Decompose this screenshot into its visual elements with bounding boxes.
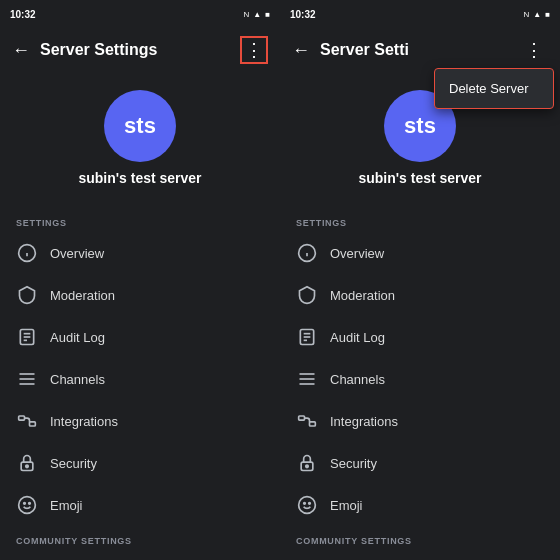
battery-icon-right: ■ [545,10,550,19]
header-left: ← Server Settings ⋮ [0,28,280,72]
emoji-icon-left [16,494,38,516]
menu-item-auditlog-right[interactable]: Audit Log [280,316,560,358]
svg-rect-11 [30,422,36,426]
avatar-section-left: sts subin's test server [0,72,280,200]
status-time-right: 10:32 [290,9,316,20]
svg-point-32 [304,503,306,505]
community-section-label-left: COMMUNITY SETTINGS [0,526,280,550]
menu-label-emoji-left: Emoji [50,498,83,513]
wifi-icon-right: ▲ [533,10,541,19]
menu-label-security-left: Security [50,456,97,471]
menu-item-overview-right[interactable]: Overview [280,232,560,274]
page-title-right: Server Setti [320,41,520,59]
svg-point-33 [309,503,311,505]
more-options-button-right[interactable]: ⋮ [520,36,548,64]
wifi-icon-left: ▲ [253,10,261,19]
integrations-icon-left [16,410,38,432]
battery-icon-left: ■ [265,10,270,19]
emoji-icon-right [296,494,318,516]
svg-rect-10 [19,416,25,420]
menu-item-channels-right[interactable]: Channels [280,358,560,400]
settings-scroll-left: SETTINGS Overview Moderation [0,200,280,560]
audit-icon-right [296,326,318,348]
svg-point-15 [24,503,26,505]
right-panel: 10:32 N ▲ ■ ← Server Setti ⋮ Delete Serv… [280,0,560,560]
menu-label-channels-left: Channels [50,372,105,387]
integrations-icon-right [296,410,318,432]
svg-rect-28 [310,422,316,426]
menu-item-moderation-left[interactable]: Moderation [0,274,280,316]
more-options-button-left[interactable]: ⋮ [240,36,268,64]
avatar-left: sts [104,90,176,162]
status-bar-right: 10:32 N ▲ ■ [280,0,560,28]
status-icons-left: N ▲ ■ [243,10,270,19]
back-button-left[interactable]: ← [12,40,30,61]
menu-label-integrations-left: Integrations [50,414,118,429]
signal-icon-right: N [523,10,529,19]
settings-section-label-left: SETTINGS [0,208,280,232]
settings-scroll-right: SETTINGS Overview Moderation [280,200,560,560]
svg-point-14 [19,497,36,514]
shield-icon-right [296,284,318,306]
community-section-label-right: COMMUNITY SETTINGS [280,526,560,550]
signal-icon-left: N [243,10,249,19]
server-name-right: subin's test server [358,170,481,186]
shield-icon-left [16,284,38,306]
page-title-left: Server Settings [40,41,240,59]
security-icon-left [16,452,38,474]
audit-icon-left [16,326,38,348]
status-bar-left: 10:32 N ▲ ■ [0,0,280,28]
menu-item-emoji-right[interactable]: Emoji [280,484,560,526]
menu-item-integrations-left[interactable]: Integrations [0,400,280,442]
menu-item-auditlog-left[interactable]: Audit Log [0,316,280,358]
settings-section-label-right: SETTINGS [280,208,560,232]
info-icon-right [296,242,318,264]
header-right: ← Server Setti ⋮ Delete Server [280,28,560,72]
menu-label-auditlog-right: Audit Log [330,330,385,345]
menu-label-overview-right: Overview [330,246,384,261]
menu-item-security-left[interactable]: Security [0,442,280,484]
delete-server-option[interactable]: Delete Server [435,73,553,104]
menu-label-integrations-right: Integrations [330,414,398,429]
menu-item-security-right[interactable]: Security [280,442,560,484]
left-panel: 10:32 N ▲ ■ ← Server Settings ⋮ sts subi… [0,0,280,560]
svg-point-16 [29,503,31,505]
svg-point-31 [299,497,316,514]
menu-label-emoji-right: Emoji [330,498,363,513]
menu-label-channels-right: Channels [330,372,385,387]
security-icon-right [296,452,318,474]
menu-item-overview-left[interactable]: Overview [0,232,280,274]
menu-item-moderation-right[interactable]: Moderation [280,274,560,316]
channels-icon-right [296,368,318,390]
menu-label-auditlog-left: Audit Log [50,330,105,345]
svg-point-30 [306,465,309,468]
menu-item-integrations-right[interactable]: Integrations [280,400,560,442]
menu-label-moderation-right: Moderation [330,288,395,303]
svg-rect-27 [299,416,305,420]
channels-icon-left [16,368,38,390]
svg-point-13 [26,465,29,468]
menu-label-overview-left: Overview [50,246,104,261]
dropdown-menu-right: Delete Server [434,68,554,109]
menu-label-moderation-left: Moderation [50,288,115,303]
menu-item-emoji-left[interactable]: Emoji [0,484,280,526]
status-time-left: 10:32 [10,9,36,20]
back-button-right[interactable]: ← [292,40,310,61]
server-name-left: subin's test server [78,170,201,186]
menu-label-security-right: Security [330,456,377,471]
status-icons-right: N ▲ ■ [523,10,550,19]
menu-item-channels-left[interactable]: Channels [0,358,280,400]
info-icon-left [16,242,38,264]
